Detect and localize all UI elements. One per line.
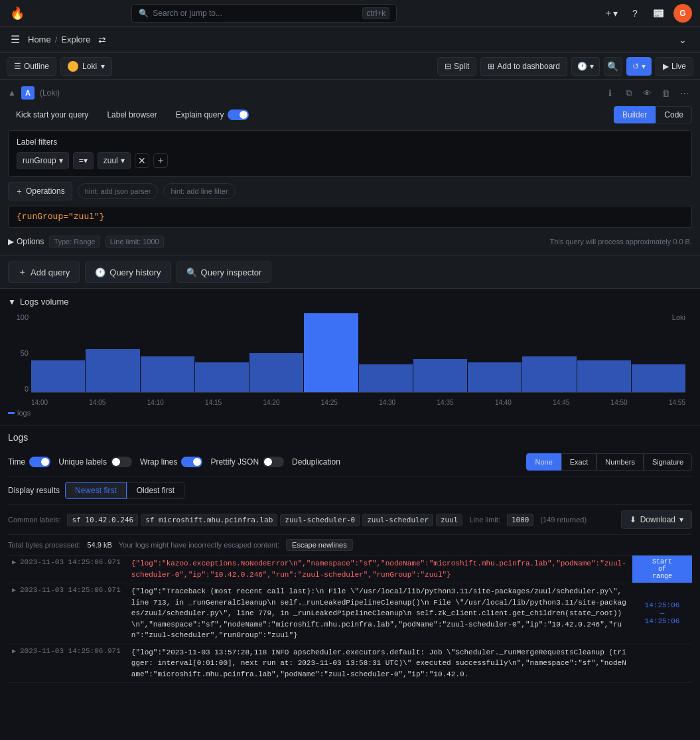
query-row-header: ▲ A (Loki) ℹ ⧉ 👁 🗑 ⋯ xyxy=(8,85,692,101)
operations-label: Operations xyxy=(26,186,65,196)
escape-newlines-button[interactable]: Escape newlines xyxy=(286,539,353,551)
news-button[interactable]: 📰 xyxy=(650,4,668,23)
builder-tab[interactable]: Builder xyxy=(614,106,656,123)
chevron-down-icon: ▾ xyxy=(59,156,63,165)
x-label-1420: 14:20 xyxy=(263,399,279,406)
time-toggle[interactable] xyxy=(29,457,50,467)
breadcrumb-explore[interactable]: Explore xyxy=(61,35,90,44)
dedup-none-button[interactable]: None xyxy=(526,453,561,471)
total-bytes-label: Total bytes processed: xyxy=(8,541,80,549)
collapse-query-icon[interactable]: ▲ xyxy=(8,88,16,98)
user-avatar[interactable]: G xyxy=(673,4,692,23)
log-expand-2[interactable]: ▶ xyxy=(8,583,20,644)
top-nav-right: ＋ ▾ ? 📰 G xyxy=(602,4,692,23)
datasource-label: Loki xyxy=(82,62,97,71)
chevron-right-icon: ▶ xyxy=(8,237,14,246)
wrap-lines-toggle[interactable] xyxy=(181,457,202,467)
operations-row: ＋ Operations hint: add json parser hint:… xyxy=(8,182,692,200)
inspector-icon: 🔍 xyxy=(186,267,197,277)
logo-icon: 🔥 xyxy=(10,6,25,21)
action-bar: ＋ Add query 🕐 Query history 🔍 Query insp… xyxy=(0,256,700,289)
dedup-exact-button[interactable]: Exact xyxy=(561,453,597,471)
zoom-out-button[interactable]: 🔍 xyxy=(604,57,622,76)
dedup-numbers-button[interactable]: Numbers xyxy=(596,453,644,471)
add-query-button[interactable]: ＋ Add query xyxy=(8,261,80,283)
bar-9 xyxy=(468,362,522,392)
add-button[interactable]: ＋ ▾ xyxy=(602,4,620,23)
filter-value-select[interactable]: zuul ▾ xyxy=(98,152,131,169)
log-expand-3[interactable]: ▶ xyxy=(8,644,20,683)
search-bar[interactable]: 🔍 Search or jump to... ctrl+k xyxy=(131,4,397,23)
options-toggle[interactable]: ▶ Options xyxy=(8,237,44,246)
query-copy-button[interactable]: ⧉ xyxy=(620,85,636,101)
download-icon: ⬇ xyxy=(630,515,636,524)
time-value: 14:25:06—14:25:06 xyxy=(645,601,680,625)
bar-8 xyxy=(413,359,467,392)
chart-x-axis: 14:00 14:05 14:10 14:15 14:20 14:25 14:3… xyxy=(31,399,685,406)
hint-line-filter-button[interactable]: hint: add line filter xyxy=(163,183,235,199)
run-query-button[interactable]: ↺ ▾ xyxy=(626,57,652,76)
x-label-1410: 14:10 xyxy=(147,399,164,406)
query-more-button[interactable]: ⋯ xyxy=(676,85,692,101)
plus-icon: ＋ xyxy=(15,186,23,197)
explain-query-label: Explain query xyxy=(176,110,224,119)
help-button[interactable]: ? xyxy=(626,4,644,23)
query-datasource-name: (Loki) xyxy=(40,88,60,98)
chevron-down-icon: ▾ xyxy=(121,156,125,165)
logs-volume-header[interactable]: ▼ Logs volume xyxy=(8,297,692,307)
explain-toggle: Explain query xyxy=(176,110,249,120)
options-info: This query will process approximately 0.… xyxy=(549,238,692,246)
filter-remove-button[interactable]: ✕ xyxy=(135,153,149,168)
split-button[interactable]: ⊟ Split xyxy=(437,57,476,76)
chevron-down-icon: ▾ xyxy=(679,515,683,524)
code-tab[interactable]: Code xyxy=(656,106,692,123)
query-inspector-button[interactable]: 🔍 Query inspector xyxy=(176,261,272,283)
hint-json-parser-button[interactable]: hint: add json parser xyxy=(78,183,159,199)
log-expand-1[interactable]: ▶ xyxy=(8,555,20,583)
search-placeholder: Search or jump to... xyxy=(153,9,222,18)
query-label: A xyxy=(21,86,35,100)
breadcrumb-home[interactable]: Home xyxy=(28,35,51,44)
explain-toggle-switch[interactable] xyxy=(228,110,249,120)
add-to-dashboard-button[interactable]: ⊞ Add to dashboard xyxy=(480,57,567,76)
common-labels-label: Common labels: xyxy=(8,516,60,524)
legend-dot xyxy=(8,412,15,414)
query-history-button[interactable]: 🕐 Query history xyxy=(85,261,171,283)
unique-labels-toggle[interactable] xyxy=(111,457,132,467)
query-info-button[interactable]: ℹ xyxy=(602,85,618,101)
query-history-label: Query history xyxy=(109,267,161,277)
time-range-selector[interactable]: 🕐 ▾ xyxy=(571,57,600,76)
live-button[interactable]: ▶ Live xyxy=(656,57,693,76)
display-results-row: Display results Newest first Oldest firs… xyxy=(8,477,692,505)
outline-label: Outline xyxy=(24,62,49,71)
loki-icon xyxy=(68,61,78,72)
menu-toggle-button[interactable]: ☰ xyxy=(8,31,23,48)
kickstart-tab[interactable]: Kick start your query xyxy=(8,106,96,123)
label-browser-tab[interactable]: Label browser xyxy=(99,106,165,123)
query-delete-button[interactable]: 🗑 xyxy=(658,85,673,101)
query-hide-button[interactable]: 👁 xyxy=(639,85,655,101)
filter-add-button[interactable]: ＋ xyxy=(153,153,168,168)
zoom-out-icon: 🔍 xyxy=(607,61,618,72)
collapse-button[interactable]: ⌄ xyxy=(673,31,692,49)
share-button[interactable]: ⇄ xyxy=(96,32,109,48)
dedup-signature-button[interactable]: Signature xyxy=(644,453,692,471)
bar-4 xyxy=(195,362,249,392)
outline-button[interactable]: ☰ Outline xyxy=(7,57,56,76)
filter-key-select[interactable]: runGroup ▾ xyxy=(17,152,69,169)
live-icon: ▶ xyxy=(663,62,669,71)
download-label: Download xyxy=(640,515,675,524)
oldest-first-button[interactable]: Oldest first xyxy=(127,482,184,499)
breadcrumb-separator: / xyxy=(55,35,58,44)
query-editor: ▲ A (Loki) ℹ ⧉ 👁 🗑 ⋯ Kick start your que… xyxy=(0,80,700,256)
newest-first-button[interactable]: Newest first xyxy=(65,482,127,499)
filter-op-select[interactable]: = ▾ xyxy=(73,152,94,169)
prettify-json-label: Prettify JSON xyxy=(210,457,259,467)
limit-value: 1000 xyxy=(507,514,534,526)
download-button[interactable]: ⬇ Download ▾ xyxy=(621,510,692,529)
datasource-selector[interactable]: Loki ▾ xyxy=(60,57,112,76)
prettify-json-toggle[interactable] xyxy=(263,457,284,467)
operations-button[interactable]: ＋ Operations xyxy=(8,182,72,200)
cl-tag-3: zuul-scheduler-0 xyxy=(280,514,360,526)
query-actions: ℹ ⧉ 👁 🗑 ⋯ xyxy=(602,85,692,101)
